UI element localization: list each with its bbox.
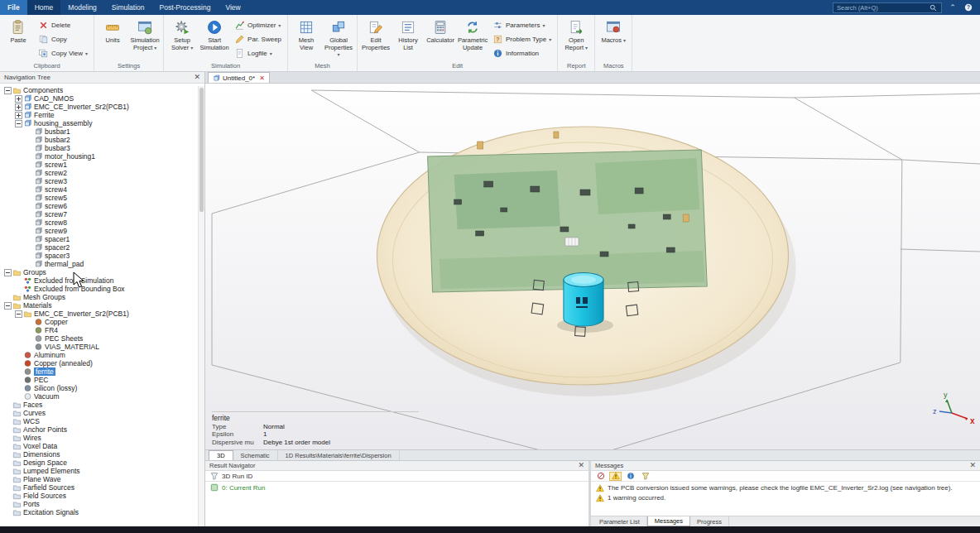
tree-item-wcs[interactable]: WCS xyxy=(2,417,204,425)
ribbon-button-edit-properties[interactable]: EditProperties xyxy=(360,17,392,61)
tree-item-design-space[interactable]: Design Space xyxy=(2,459,204,467)
collapse-icon[interactable] xyxy=(4,302,12,310)
tree-item-emc-ce-inverter-sr2-pcb1[interactable]: EMC_CE_Inverter_Sr2(PCB1) xyxy=(2,103,204,111)
tree-item-dimensions[interactable]: Dimensions xyxy=(2,450,204,459)
tree-item-mesh-groups[interactable]: Mesh Groups xyxy=(2,293,204,301)
document-tab-close-icon[interactable]: ✕ xyxy=(259,74,265,82)
tree-item-groups[interactable]: Groups xyxy=(2,268,204,276)
tree-scrollbar[interactable] xyxy=(198,86,204,526)
ribbon-button-parameters[interactable]: Parameters▾ xyxy=(489,18,555,32)
collapse-ribbon-icon[interactable]: ⌃ xyxy=(948,2,958,12)
messages-close-icon[interactable]: ✕ xyxy=(969,462,976,469)
menu-tab-home[interactable]: Home xyxy=(27,0,61,15)
tree-item-busbar1[interactable]: busbar1 xyxy=(2,127,204,136)
tree-item-screw6[interactable]: screw6 xyxy=(2,202,204,210)
tree-item-spacer2[interactable]: spacer2 xyxy=(2,243,204,252)
search-input[interactable] xyxy=(837,4,925,12)
ribbon-button-logfile[interactable]: Logfile▾ xyxy=(231,46,285,60)
ribbon-button-information[interactable]: Information xyxy=(489,46,555,60)
tree-item-screw9[interactable]: screw9 xyxy=(2,227,204,235)
tree-item-screw8[interactable]: screw8 xyxy=(2,218,204,227)
tree-item-cad-nmos[interactable]: CAD_NMOS xyxy=(2,94,204,103)
tree-item-screw7[interactable]: screw7 xyxy=(2,210,204,218)
ribbon-button-problem-type[interactable]: ?Problem Type▾ xyxy=(489,32,555,46)
tree-item-screw4[interactable]: screw4 xyxy=(2,185,204,194)
ribbon-button-global-properties[interactable]: GlobalProperties ▾ xyxy=(323,17,354,61)
tree-scrollbar-thumb[interactable] xyxy=(199,88,204,212)
run-item-0-current-run[interactable]: 0: Current Run xyxy=(205,482,588,493)
collapse-icon[interactable] xyxy=(15,120,22,127)
tree-item-lumped-elements[interactable]: Lumped Elements xyxy=(2,467,204,475)
ribbon-button-simulation-project[interactable]: SimulationProject ▾ xyxy=(129,17,161,61)
filter-funnel-icon[interactable] xyxy=(210,472,219,480)
ribbon-button-paste[interactable]: Paste xyxy=(2,17,34,61)
tree-item-screw2[interactable]: screw2 xyxy=(2,169,204,177)
ribbon-button-par-sweep[interactable]: Par. Sweep xyxy=(231,32,285,46)
tree-item-farfield-sources[interactable]: Farfield Sources xyxy=(2,483,204,492)
ribbon-button-copy[interactable]: Copy xyxy=(35,32,91,46)
tree-item-copper[interactable]: Copper xyxy=(2,318,204,326)
view-tab-1d-results-materials-ferrite-d[interactable]: 1D Results\Materials\ferrite\Dispersion xyxy=(278,450,400,460)
menu-tab-file[interactable]: File xyxy=(0,0,27,15)
ribbon-button-delete[interactable]: Delete xyxy=(35,18,91,32)
tree-item-materials[interactable]: Materials xyxy=(2,301,204,310)
tree-item-anchor-points[interactable]: Anchor Points xyxy=(2,425,204,434)
tree-item-excluded-from-bounding-box[interactable]: Excluded from Bounding Box xyxy=(2,285,204,293)
tree-item-housing-assembly[interactable]: housing_assembly xyxy=(2,119,204,127)
ferrite-cylinder[interactable] xyxy=(564,273,603,327)
bottom-tab-messages[interactable]: Messages xyxy=(647,516,690,526)
messages-filter-icon[interactable] xyxy=(639,472,651,481)
tree-item-ferrite[interactable]: ferrite xyxy=(2,367,204,376)
ribbon-button-units[interactable]: Units xyxy=(97,17,128,61)
tree-item-screw3[interactable]: screw3 xyxy=(2,177,204,185)
bottom-tab-parameter-list[interactable]: Parameter List xyxy=(593,516,647,526)
view-tab-3d[interactable]: 3D xyxy=(209,450,233,460)
message-row[interactable]: The PCB conversion issued some warnings,… xyxy=(591,483,980,493)
menu-tab-simulation[interactable]: Simulation xyxy=(104,0,152,15)
tree-item-busbar2[interactable]: busbar2 xyxy=(2,136,204,144)
view-tab-schematic[interactable]: Schematic xyxy=(233,450,278,460)
tree-item-pec[interactable]: PEC xyxy=(2,376,204,384)
tree-item-spacer1[interactable]: spacer1 xyxy=(2,235,204,243)
filter-info-icon[interactable] xyxy=(624,472,637,481)
tree-item-excluded-from-simulation[interactable]: Excluded from Simulation xyxy=(2,276,204,285)
ribbon-button-parametric-update[interactable]: ParametricUpdate xyxy=(457,17,488,61)
tree-item-field-sources[interactable]: Field Sources xyxy=(2,492,204,500)
expand-icon[interactable] xyxy=(15,103,22,111)
search-icon[interactable] xyxy=(928,2,938,12)
tree-item-silicon-lossy[interactable]: Silicon (lossy) xyxy=(2,384,204,392)
search-box[interactable] xyxy=(833,2,942,13)
ribbon-button-optimizer[interactable]: Optimizer▾ xyxy=(231,18,285,32)
result-navigator-filter-row[interactable]: 3D Run ID xyxy=(205,471,588,482)
viewport-3d[interactable]: y z x ferrite TypeNormalEpsilon1Dispersi… xyxy=(205,84,980,449)
ribbon-button-macros[interactable]: Macros ▾ xyxy=(598,17,629,61)
tree-item-plane-wave[interactable]: Plane Wave xyxy=(2,475,204,483)
tree-item-spacer3[interactable]: spacer3 xyxy=(2,252,204,260)
expand-icon[interactable] xyxy=(15,112,22,119)
filter-warnings-icon[interactable] xyxy=(609,472,622,481)
tree-item-screw1[interactable]: screw1 xyxy=(2,161,204,169)
tree-item-fr4[interactable]: FR4 xyxy=(2,326,204,334)
tree-item-components[interactable]: Components xyxy=(2,86,204,94)
tree-item-screw5[interactable]: screw5 xyxy=(2,194,204,202)
ribbon-button-history-list[interactable]: HistoryList xyxy=(392,17,424,61)
filter-errors-icon[interactable] xyxy=(594,472,607,481)
tree-item-pec-sheets[interactable]: PEC Sheets xyxy=(2,334,204,343)
ribbon-button-calculator[interactable]: Calculator xyxy=(425,17,456,61)
expand-icon[interactable] xyxy=(15,95,22,103)
tree-item-voxel-data[interactable]: Voxel Data xyxy=(2,442,204,450)
tree-item-curves[interactable]: Curves xyxy=(2,409,204,417)
tree-item-vacuum[interactable]: Vacuum xyxy=(2,392,204,401)
menu-tab-post-processing[interactable]: Post-Processing xyxy=(152,0,219,15)
collapse-icon[interactable] xyxy=(4,269,12,276)
tree-item-aluminum[interactable]: Aluminum xyxy=(2,351,204,359)
tree-item-thermal-pad[interactable]: thermal_pad xyxy=(2,260,204,268)
navigation-tree-close-icon[interactable]: ✕ xyxy=(194,74,200,81)
ribbon-button-mesh-view[interactable]: MeshView xyxy=(291,17,322,61)
tree-item-busbar3[interactable]: busbar3 xyxy=(2,144,204,152)
ribbon-button-setup-solver[interactable]: SetupSolver ▾ xyxy=(166,17,198,61)
viewport-3d-scene[interactable]: y z x xyxy=(205,84,980,449)
help-icon[interactable]: ? xyxy=(963,2,973,12)
document-tab-untitled-0[interactable]: Untitled_0*✕ xyxy=(208,72,270,83)
collapse-icon[interactable] xyxy=(15,310,22,318)
